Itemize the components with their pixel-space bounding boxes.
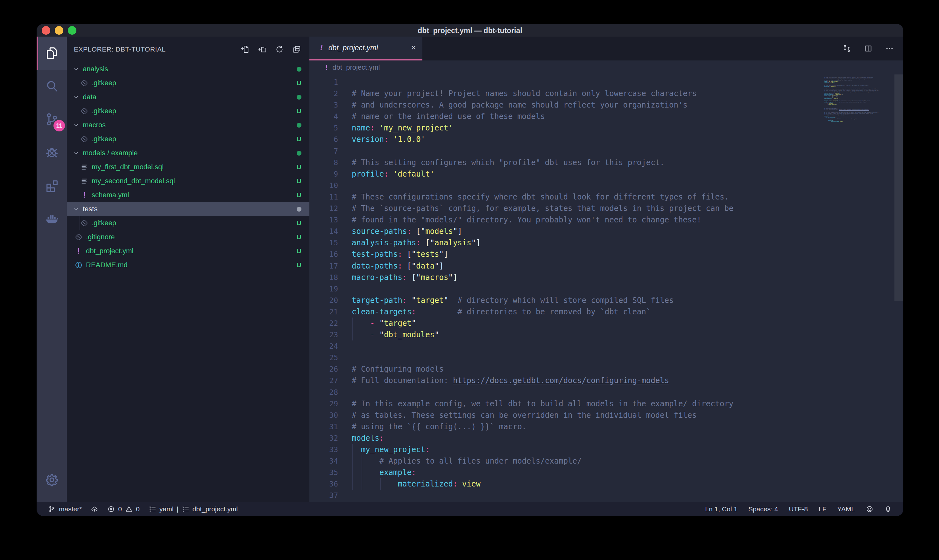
activity-item-settings[interactable] <box>37 463 67 496</box>
open-changes-icon[interactable] <box>842 44 851 53</box>
git-file-icon <box>80 135 88 143</box>
activity-item-source-control[interactable]: 11 <box>37 103 67 136</box>
indent-guide <box>353 467 353 478</box>
explorer-icon <box>45 46 59 60</box>
code-line-content: # using the `{{ config(...) }}` macro. <box>352 421 904 432</box>
tree-item-gitkeep[interactable]: .gitkeepU <box>67 132 309 146</box>
status-item-indentation[interactable]: Spaces: 4 <box>748 505 778 513</box>
code-line: 23 - "dbt_modules" <box>309 329 904 340</box>
code-editor[interactable]: 12# Name your project! Project names sho… <box>309 74 904 502</box>
tree-item-tests[interactable]: tests <box>67 202 309 216</box>
code-line-content <box>352 386 904 398</box>
tree-item-my-second-dbt-model-sql[interactable]: my_second_dbt_model.sqlU <box>67 174 309 188</box>
tree-item-gitignore[interactable]: .gitignoreU <box>67 230 309 244</box>
refresh-icon[interactable] <box>275 45 284 54</box>
tree-item-models-example[interactable]: models / example <box>67 146 309 160</box>
line-number: 12 <box>309 203 338 214</box>
code-line: 5name: 'my_new_project' <box>309 122 904 134</box>
git-modified-dot <box>294 151 304 155</box>
status-item-linter[interactable]: yaml|dbt_project.yml <box>149 505 238 513</box>
activity-item-search[interactable] <box>37 70 67 103</box>
breadcrumb[interactable]: ! dbt_project.yml <box>309 60 904 74</box>
line-number: 13 <box>309 214 338 226</box>
tree-item-gitkeep[interactable]: .gitkeepU <box>67 76 309 90</box>
explorer-sidebar: EXPLORER: DBT-TUTORIAL analysis.gitkeepU… <box>67 37 309 502</box>
yaml-file-icon: ! <box>80 191 88 199</box>
bell-icon <box>884 505 892 513</box>
code-line: 30# as tables. These settings can be ove… <box>309 409 904 421</box>
status-item-sync[interactable] <box>91 505 99 513</box>
tree-item-label: models / example <box>83 149 137 157</box>
code-line: 6version: '1.0.0' <box>309 134 904 145</box>
tree-item-my-first-dbt-model-sql[interactable]: my_first_dbt_model.sqlU <box>67 160 309 174</box>
code-line: 21clean-targets: # directories to be rem… <box>309 306 904 317</box>
tree-item-readme-md[interactable]: README.mdU <box>67 258 309 272</box>
line-number: 18 <box>309 272 338 283</box>
activity-bar-bottom <box>37 463 67 502</box>
activity-item-extensions[interactable] <box>37 169 67 202</box>
status-item-label: yaml <box>160 505 174 513</box>
tree-item-label: .gitignore <box>86 233 115 241</box>
code-line-content <box>352 76 904 88</box>
editor-scrollbar[interactable] <box>894 74 903 301</box>
status-item-cursor-position[interactable]: Ln 1, Col 1 <box>705 505 737 513</box>
chevron-down-icon <box>72 94 80 100</box>
status-item-label: UTF-8 <box>789 505 808 513</box>
tab-dbt-project-yml[interactable]: ! dbt_project.yml × <box>309 37 422 60</box>
new-folder-icon[interactable] <box>258 45 267 54</box>
more-actions-icon[interactable] <box>885 44 894 53</box>
breadcrumb-item-file[interactable]: dbt_project.yml <box>332 63 380 72</box>
code-line-content: # as tables. These settings can be overr… <box>352 409 904 421</box>
status-item-feedback[interactable] <box>866 505 873 513</box>
activity-item-docker[interactable] <box>37 202 67 235</box>
new-file-icon[interactable] <box>241 45 249 54</box>
status-item-eol[interactable]: LF <box>819 505 827 513</box>
cloud-upload-icon <box>91 505 99 513</box>
collapse-all-icon[interactable] <box>292 45 301 54</box>
status-item-notifications[interactable] <box>884 505 892 513</box>
tree-item-data[interactable]: data <box>67 90 309 104</box>
editor-actions <box>842 37 904 60</box>
chevron-down-icon <box>72 66 80 72</box>
line-number: 2 <box>309 88 338 99</box>
code-line: 12# The `source-paths` config, for examp… <box>309 203 904 214</box>
status-item-problems[interactable]: 00 <box>107 505 139 513</box>
indent-guide <box>380 478 381 490</box>
line-number: 34 <box>309 455 338 467</box>
code-line-content: # In this example config, we tell dbt to… <box>352 398 904 409</box>
status-item-encoding[interactable]: UTF-8 <box>789 505 808 513</box>
activity-item-debug[interactable] <box>37 136 67 169</box>
indent-guide <box>353 455 353 467</box>
tree-item-schema-yml[interactable]: !schema.ymlU <box>67 188 309 202</box>
status-item-language-mode[interactable]: YAML <box>837 505 855 513</box>
activity-item-explorer[interactable] <box>37 37 67 70</box>
line-number: 30 <box>309 409 338 421</box>
tree-item-label: macros <box>83 121 106 129</box>
workbench: 11 EXPLORER: DBT-TUTORIAL analysis.gitke… <box>37 37 904 502</box>
status-item-git-branch[interactable]: master* <box>48 505 82 513</box>
line-number: 7 <box>309 145 338 157</box>
editor-group: ! dbt_project.yml × ! dbt_project.yml 12… <box>309 37 904 502</box>
tree-item-macros[interactable]: macros <box>67 118 309 132</box>
tree-item-gitkeep[interactable]: .gitkeepU <box>67 104 309 118</box>
yaml-file-icon: ! <box>325 63 328 72</box>
tree-item-gitkeep[interactable]: .gitkeepU <box>67 216 309 230</box>
code-line: 8# This setting configures which "profil… <box>309 157 904 168</box>
activity-bar: 11 <box>37 37 67 502</box>
tree-item-dbt-project-yml[interactable]: !dbt_project.ymlU <box>67 244 309 258</box>
split-editor-icon[interactable] <box>864 44 873 53</box>
branch-icon <box>48 505 56 513</box>
code-line-content: # Configuring models <box>352 363 904 375</box>
line-number: 5 <box>309 122 338 134</box>
code-line-content: - "target" <box>352 317 904 329</box>
tree-item-analysis[interactable]: analysis <box>67 62 309 76</box>
line-number: 33 <box>309 444 338 455</box>
line-number: 11 <box>309 191 338 203</box>
indent-guide <box>362 455 362 467</box>
close-tab-icon[interactable]: × <box>411 43 416 53</box>
code-line: 37 <box>309 490 904 501</box>
minimap[interactable]: # Name your project! Project names shoul… <box>824 76 892 123</box>
title-bar[interactable]: dbt_project.yml — dbt-tutorial <box>37 24 904 37</box>
explorer-header: EXPLORER: DBT-TUTORIAL <box>67 37 309 62</box>
git-untracked-badge: U <box>294 233 304 241</box>
